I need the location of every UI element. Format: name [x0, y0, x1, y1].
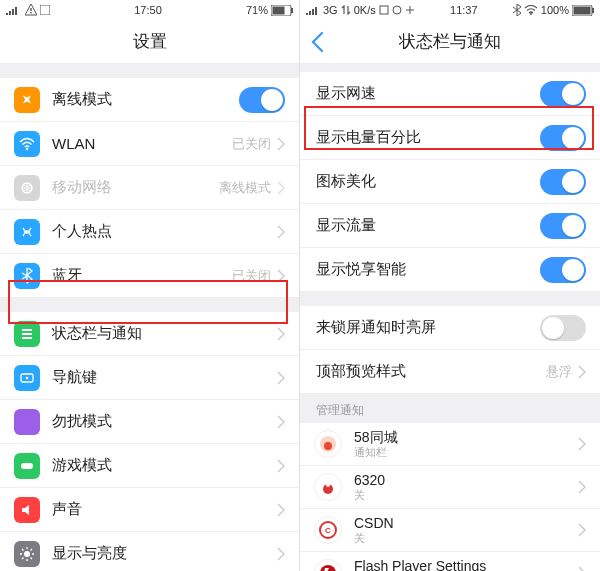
svg-rect-5 — [291, 8, 293, 13]
moon-icon — [14, 409, 40, 435]
toggle[interactable] — [540, 315, 586, 341]
airplane-icon — [14, 87, 40, 113]
row-icon-beautify[interactable]: 图标美化 — [300, 160, 600, 204]
misc-icon-2 — [392, 5, 402, 15]
status-text: 悬浮 — [546, 363, 572, 381]
chevron-right-icon — [277, 459, 285, 473]
battery-icon — [572, 5, 594, 16]
row-display-brightness[interactable]: 显示与亮度 — [0, 532, 299, 571]
label: 显示悦享智能 — [316, 260, 528, 279]
row-show-battery-percent[interactable]: 显示电量百分比 — [300, 116, 600, 160]
row-bluetooth[interactable]: 蓝牙 已关闭 — [0, 254, 299, 298]
svg-rect-0 — [30, 8, 31, 11]
phone-statusbar-notifications: 3G 0K/s 11:37 100% 状态栏与通知 显示网速 — [300, 0, 600, 571]
chevron-right-icon — [578, 480, 586, 494]
label: 显示网速 — [316, 84, 528, 103]
row-show-yuexiang[interactable]: 显示悦享智能 — [300, 248, 600, 292]
phone-settings: 17:50 71% 设置 离线模式 WLAN 已关闭 — [0, 0, 300, 571]
misc-icon — [379, 5, 389, 15]
svg-rect-19 — [592, 8, 594, 13]
row-hotspot[interactable]: 个人热点 — [0, 210, 299, 254]
row-game-mode[interactable]: 游戏模式 — [0, 444, 299, 488]
app-name: Flash Player Settings — [354, 558, 566, 571]
app-sub: 关 — [354, 489, 566, 502]
app-icon — [314, 473, 342, 501]
svg-point-12 — [24, 551, 30, 557]
chevron-right-icon — [277, 503, 285, 517]
label: 图标美化 — [316, 172, 528, 191]
page-title: 设置 — [133, 30, 167, 53]
chevron-right-icon — [277, 547, 285, 561]
list-icon — [14, 321, 40, 347]
app-icon: C — [314, 516, 342, 544]
row-navigation-keys[interactable]: 导航键 — [0, 356, 299, 400]
toggle[interactable] — [540, 125, 586, 151]
label: 蓝牙 — [52, 266, 220, 285]
chevron-right-icon — [277, 225, 285, 239]
chevron-right-icon — [578, 566, 586, 571]
row-wake-on-lock-notification[interactable]: 来锁屏通知时亮屏 — [300, 306, 600, 350]
app-row-csdn[interactable]: C CSDN 关 — [300, 509, 600, 552]
signal-text: 3G — [323, 4, 338, 16]
page-title: 状态栏与通知 — [399, 30, 501, 53]
box-icon — [40, 5, 50, 15]
header-right: 状态栏与通知 — [300, 20, 600, 64]
app-sub: 关 — [354, 532, 566, 545]
svg-point-15 — [393, 6, 401, 14]
misc-icon-3 — [405, 5, 415, 15]
row-wlan[interactable]: WLAN 已关闭 — [0, 122, 299, 166]
speed-text: 0K/s — [354, 4, 376, 16]
row-preview-style[interactable]: 顶部预览样式 悬浮 — [300, 350, 600, 394]
row-show-speed[interactable]: 显示网速 — [300, 72, 600, 116]
svg-point-10 — [26, 376, 29, 379]
hotspot-icon — [14, 219, 40, 245]
back-button[interactable] — [310, 31, 324, 53]
statusbar-settings-list: 显示网速 显示电量百分比 图标美化 显示流量 显示悦享智能 来锁屏通知时亮屏 顶… — [300, 64, 600, 571]
row-mobile-network: 移动网络 离线模式 — [0, 166, 299, 210]
toggle[interactable] — [540, 213, 586, 239]
toggle[interactable] — [239, 87, 285, 113]
row-dnd[interactable]: 勿扰模式 — [0, 400, 299, 444]
svg-point-21 — [324, 442, 332, 450]
svg-rect-4 — [273, 6, 285, 14]
row-sound[interactable]: 声音 — [0, 488, 299, 532]
svg-rect-14 — [380, 6, 388, 14]
nav-icon — [14, 365, 40, 391]
app-row-flash[interactable]: Flash Player Settings 关 — [300, 552, 600, 571]
label: 顶部预览样式 — [316, 362, 534, 381]
toggle[interactable] — [540, 81, 586, 107]
app-sub: 通知栏 — [354, 446, 566, 459]
label: 个人热点 — [52, 222, 265, 241]
svg-point-6 — [26, 147, 28, 149]
label: 离线模式 — [52, 90, 227, 109]
label: 勿扰模式 — [52, 412, 265, 431]
label: 显示流量 — [316, 216, 528, 235]
chevron-right-icon — [277, 415, 285, 429]
bluetooth-status-icon — [513, 4, 521, 16]
label: 游戏模式 — [52, 456, 265, 475]
svg-text:C: C — [325, 526, 331, 535]
gamepad-icon — [14, 453, 40, 479]
label: WLAN — [52, 135, 220, 152]
app-row-6320[interactable]: 6320 关 — [300, 466, 600, 509]
signal-icon — [6, 5, 22, 15]
status-text: 已关闭 — [232, 135, 271, 153]
row-show-traffic[interactable]: 显示流量 — [300, 204, 600, 248]
svg-rect-11 — [21, 463, 33, 469]
app-name: 58同城 — [354, 429, 566, 446]
row-statusbar-notifications[interactable]: 状态栏与通知 — [0, 312, 299, 356]
svg-point-8 — [25, 230, 29, 234]
sound-icon — [14, 497, 40, 523]
chevron-right-icon — [277, 371, 285, 385]
battery-text: 100% — [541, 4, 569, 16]
label: 来锁屏通知时亮屏 — [316, 318, 528, 337]
label: 移动网络 — [52, 178, 207, 197]
toggle[interactable] — [540, 257, 586, 283]
label: 导航键 — [52, 368, 265, 387]
cellular-icon — [14, 175, 40, 201]
row-airplane-mode[interactable]: 离线模式 — [0, 78, 299, 122]
app-row-58[interactable]: 58同城 通知栏 — [300, 423, 600, 466]
chevron-right-icon — [277, 327, 285, 341]
toggle[interactable] — [540, 169, 586, 195]
svg-point-23 — [326, 483, 330, 487]
